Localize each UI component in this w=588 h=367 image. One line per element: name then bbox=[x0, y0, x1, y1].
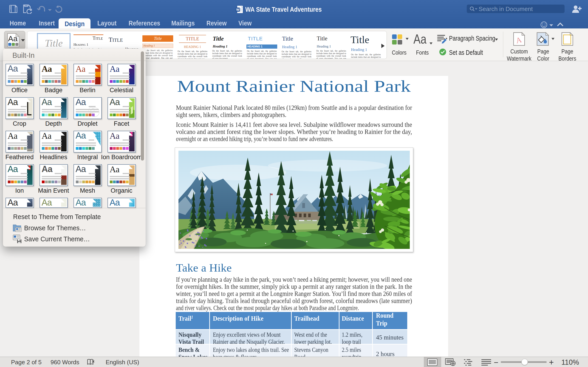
svg-text:Aa: Aa bbox=[8, 34, 18, 43]
svg-text:W: W bbox=[236, 8, 239, 11]
